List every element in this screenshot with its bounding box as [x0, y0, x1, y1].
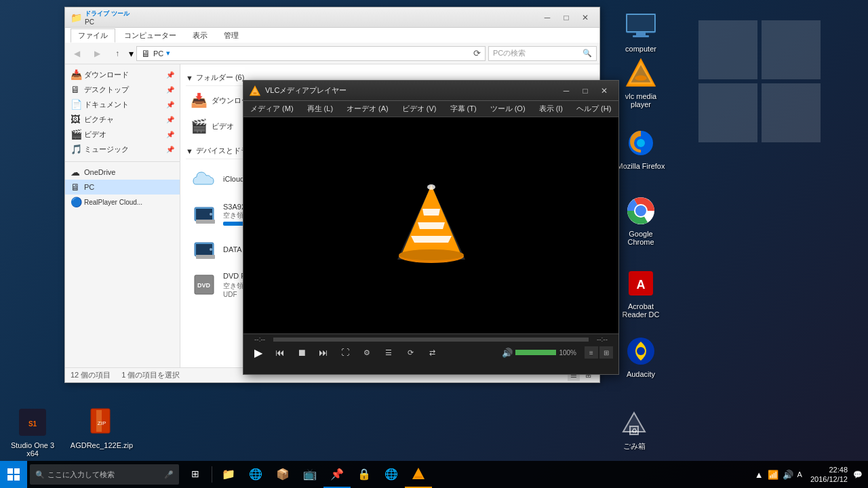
- tray-keyboard-icon[interactable]: A: [797, 470, 802, 479]
- vlc-view-btn-1[interactable]: ≡: [585, 346, 598, 359]
- sidebar-item-realplayer[interactable]: 🔵 RealPlayer Cloud...: [65, 195, 180, 209]
- notifications-btn[interactable]: 💬: [853, 470, 863, 479]
- taskbar-search[interactable]: 🔍 ここに入力して検索 🎤: [30, 464, 179, 485]
- taskbar-store-btn[interactable]: 📦: [269, 461, 296, 488]
- vlc-menu-view[interactable]: 表示 (I): [532, 102, 570, 115]
- vlc-minimize-btn[interactable]: ─: [557, 84, 575, 98]
- explorer-window-title: PC: [85, 18, 538, 26]
- close-button[interactable]: ✕: [576, 11, 594, 24]
- vlc-menu-help[interactable]: ヘルプ (H): [570, 102, 618, 115]
- desktop-icon-audacity[interactable]: Audacity: [614, 332, 668, 381]
- vlc-volume-bar[interactable]: [515, 350, 556, 355]
- search-box[interactable]: PCの検索 🔍: [488, 46, 597, 61]
- vlc-loop-btn[interactable]: ⟳: [401, 344, 420, 361]
- svg-point-44: [399, 249, 464, 260]
- taskbar-chrome-btn[interactable]: 🌐: [378, 461, 405, 488]
- sidebar-item-download[interactable]: 📥 ダウンロード 📌: [65, 67, 180, 82]
- vlc-video-area[interactable]: [243, 117, 618, 333]
- vlc-menu-video[interactable]: ビデオ (V): [395, 102, 443, 115]
- taskview-button[interactable]: ⊞: [182, 461, 209, 488]
- sidebar-item-videos[interactable]: 🎬 ビデオ 📌: [65, 127, 180, 142]
- address-bar[interactable]: 🖥 PC ▾ ⟳: [136, 46, 486, 61]
- up-button[interactable]: ↑: [108, 45, 126, 62]
- vlc-maximize-btn[interactable]: □: [576, 84, 594, 98]
- back-button[interactable]: ◀: [68, 45, 85, 62]
- vlc-stop-btn[interactable]: ⏹: [292, 344, 311, 361]
- vlc-shuffle-btn[interactable]: ⇄: [422, 344, 441, 361]
- vlc-playlist-btn[interactable]: ☰: [379, 344, 398, 361]
- vlc-button-row: ▶ ⏮ ⏹ ⏭ ⛶ ⚙ ☰ ⟳ ⇄ 🔊 100%: [243, 343, 618, 362]
- vlc-titlebar: VLCメディアプレイヤー ─ □ ✕: [243, 81, 618, 101]
- desktop-icon-firefox[interactable]: Mozilla Firefox: [614, 124, 668, 173]
- svg-point-7: [635, 75, 646, 81]
- maximize-button[interactable]: □: [557, 11, 575, 24]
- vlc-prev-btn[interactable]: ⏮: [271, 344, 290, 361]
- svg-rect-47: [14, 468, 20, 474]
- taskbar-vlc-btn[interactable]: [405, 461, 432, 488]
- desktop-icon-computer[interactable]: computer: [614, 7, 668, 56]
- sidebar-item-pc[interactable]: 🖥 PC: [65, 180, 180, 195]
- acrobat-icon: A: [625, 267, 657, 300]
- taskbar-edge-btn[interactable]: 🌐: [242, 461, 269, 488]
- vlc-next-btn[interactable]: ⏭: [314, 344, 333, 361]
- pictures-icon: 🖼: [71, 114, 81, 125]
- pc-icon: 🖥: [71, 182, 81, 192]
- vlc-icon: [625, 57, 657, 89]
- taskbar-explorer-btn[interactable]: 📁: [215, 461, 242, 488]
- vlc-ext-btn[interactable]: ⚙: [357, 344, 376, 361]
- desktop-icon-vlc[interactable]: vlc mediaplayer: [614, 54, 668, 111]
- tab-file[interactable]: ファイル: [71, 28, 115, 43]
- sidebar-item-onedrive[interactable]: ☁ OneDrive: [65, 165, 180, 180]
- forward-button[interactable]: ▶: [88, 45, 106, 62]
- taskbar-tray: ▲ 📶 🔊 A 22:48 2016/12/12 💬: [749, 465, 868, 485]
- minimize-button[interactable]: ─: [538, 11, 556, 24]
- tray-volume-icon[interactable]: 🔊: [783, 470, 793, 480]
- tray-chevron-icon[interactable]: ▲: [755, 470, 764, 480]
- vlc-view-btn-2[interactable]: ⊞: [599, 346, 613, 359]
- ribbon-tabs: ファイル コンピューター 表示 管理: [65, 28, 599, 43]
- onedrive-icon: ☁: [71, 167, 81, 178]
- vlc-play-btn[interactable]: ▶: [249, 344, 268, 361]
- folder-download-icon: 📥: [191, 92, 208, 108]
- vlc-close-btn[interactable]: ✕: [595, 84, 613, 98]
- taskbar-app-btn-6[interactable]: 🔒: [351, 461, 378, 488]
- vlc-seekbar[interactable]: [273, 338, 589, 342]
- svg-point-37: [253, 92, 257, 94]
- desktop-icon-chrome[interactable]: Google Chrome: [614, 192, 668, 249]
- vlc-menubar: メディア (M) 再生 (L) オーデオ (A) ビデオ (V) 字幕 (T) …: [243, 101, 618, 117]
- status-selected: 1 個の項目を選択: [121, 370, 180, 380]
- svg-marker-40: [411, 236, 452, 243]
- svg-rect-48: [7, 475, 13, 481]
- vlc-menu-media[interactable]: メディア (M): [243, 102, 300, 115]
- sidebar-item-desktop[interactable]: 🖥 デスクトップ 📌: [65, 82, 180, 97]
- vlc-menu-audio[interactable]: オーデオ (A): [340, 102, 395, 115]
- tray-network-icon[interactable]: 📶: [768, 470, 778, 480]
- desktop-icon-agdrec[interactable]: ZIP AGDRec_122E.zip: [75, 403, 129, 452]
- collapse-icon2: ▼: [186, 147, 193, 155]
- svg-point-51: [414, 476, 422, 478]
- tab-view[interactable]: 表示: [185, 28, 215, 43]
- taskbar-app-btn-5[interactable]: 📌: [323, 461, 351, 488]
- vlc-volume-fill: [515, 350, 556, 355]
- start-button[interactable]: [0, 461, 27, 488]
- sidebar-item-pictures[interactable]: 🖼 ビクチャ 📌: [65, 112, 180, 127]
- desktop-icon-recycle[interactable]: ♻ ごみ箱: [607, 403, 661, 454]
- tab-manage[interactable]: 管理: [216, 28, 246, 43]
- taskbar: 🔍 ここに入力して検索 🎤 ⊞ 📁 🌐 📦 📺 📌 🔒 🌐 ▲ 📶 🔊: [0, 461, 868, 488]
- recent-button[interactable]: ▾: [129, 48, 134, 59]
- firefox-icon: [625, 127, 657, 159]
- vlc-fullscreen-btn[interactable]: ⛶: [336, 344, 355, 361]
- desktop-icon-studio-one[interactable]: S1 Studio One 3 x64: [5, 403, 60, 460]
- vlc-window-title: VLCメディアプレイヤー: [265, 85, 557, 96]
- desktop-icon-acrobat[interactable]: A Acrobat Reader DC: [614, 264, 668, 321]
- tab-computer[interactable]: コンピューター: [117, 28, 184, 43]
- vlc-menu-subtitle[interactable]: 字幕 (T): [443, 102, 484, 115]
- tray-time[interactable]: 22:48 2016/12/12: [810, 465, 848, 485]
- refresh-button[interactable]: ⟳: [473, 48, 481, 58]
- sidebar-item-music[interactable]: 🎵 ミュージック 📌: [65, 142, 180, 157]
- vlc-menu-tools[interactable]: ツール (O): [484, 102, 532, 115]
- sidebar-item-documents[interactable]: 📄 ドキュメント 📌: [65, 97, 180, 112]
- vlc-menu-play[interactable]: 再生 (L): [300, 102, 340, 115]
- collapse-icon: ▼: [186, 74, 193, 82]
- taskbar-media-btn[interactable]: 📺: [296, 461, 323, 488]
